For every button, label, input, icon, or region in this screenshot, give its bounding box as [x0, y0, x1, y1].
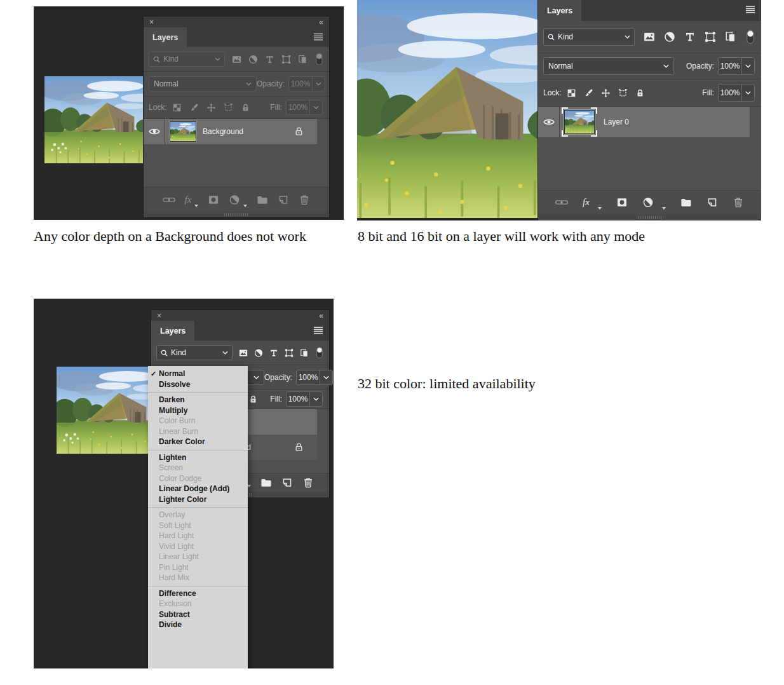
chevron-down-icon: [246, 82, 252, 86]
panel-menu-icon[interactable]: [313, 327, 323, 334]
adjustment-icon[interactable]: [229, 194, 240, 205]
folder-icon[interactable]: [680, 197, 692, 208]
lock-position-icon[interactable]: [206, 103, 216, 112]
trash-icon[interactable]: [302, 477, 314, 488]
blend-mode-option-difference[interactable]: Difference: [148, 588, 248, 599]
lock-transparency-icon[interactable]: [172, 103, 182, 112]
filter-adjustment-icon[interactable]: [248, 54, 258, 65]
link-icon[interactable]: [555, 199, 568, 206]
filter-toggle-icon[interactable]: [316, 346, 323, 360]
opacity-input[interactable]: 100%: [288, 76, 325, 92]
fx-icon[interactable]: fx: [583, 198, 590, 207]
lock-all-icon[interactable]: [635, 88, 645, 98]
new-layer-icon[interactable]: [281, 477, 293, 488]
visibility-toggle[interactable]: [538, 107, 560, 137]
panel-resize-grip[interactable]: [144, 212, 329, 217]
selection-corner-icon: [591, 107, 597, 114]
filter-kind-select[interactable]: Kind: [543, 28, 635, 46]
trash-icon[interactable]: [733, 197, 744, 208]
blend-mode-select[interactable]: Normal: [543, 57, 674, 75]
blend-mode-option-lighter-color[interactable]: Lighter Color: [148, 494, 248, 505]
tab-layers[interactable]: Layers: [144, 27, 187, 47]
filter-kind-select[interactable]: Kind: [149, 51, 225, 67]
filter-type-icon[interactable]: [684, 31, 696, 43]
filter-type-icon[interactable]: [265, 54, 274, 65]
blend-mode-option-darker-color[interactable]: Darker Color: [148, 437, 248, 447]
lock-all-icon[interactable]: [241, 103, 250, 112]
layer-row-layer0[interactable]: Layer 0: [538, 107, 750, 137]
trash-icon[interactable]: [299, 194, 310, 205]
collapse-icon[interactable]: «: [319, 312, 323, 320]
blend-mode-option-dissolve[interactable]: Dissolve: [148, 379, 248, 390]
layer-list: Layer 0: [538, 106, 761, 190]
folder-icon[interactable]: [260, 477, 272, 488]
selection-corner-icon: [562, 130, 568, 137]
collapse-icon[interactable]: «: [319, 18, 323, 26]
fx-icon[interactable]: fx: [185, 195, 192, 205]
visibility-toggle[interactable]: [144, 119, 165, 144]
close-icon[interactable]: ×: [149, 18, 154, 26]
filter-adjustment-icon[interactable]: [254, 348, 263, 358]
new-layer-icon[interactable]: [278, 194, 289, 205]
tab-layers[interactable]: Layers: [151, 321, 194, 341]
tab-label: Layers: [160, 327, 186, 336]
filter-smartobject-icon[interactable]: [300, 348, 309, 358]
filter-smartobject-icon[interactable]: [725, 31, 736, 43]
fill-input[interactable]: 100%: [286, 391, 323, 407]
filter-image-icon[interactable]: [239, 348, 248, 358]
close-icon[interactable]: ×: [157, 312, 161, 320]
filter-type-icon[interactable]: [269, 348, 278, 358]
new-layer-icon[interactable]: [706, 197, 718, 208]
blend-mode-option-divide[interactable]: Divide: [148, 620, 248, 630]
tab-label: Layers: [547, 6, 572, 15]
filter-shape-icon[interactable]: [281, 54, 291, 65]
filter-toggle-icon[interactable]: [316, 52, 323, 66]
lock-transparency-icon[interactable]: [567, 88, 576, 98]
layer-row-background[interactable]: Background: [144, 119, 317, 144]
blend-mode-select[interactable]: Normal: [149, 76, 257, 92]
blend-mode-option-normal[interactable]: ✓Normal: [148, 369, 248, 379]
blend-mode-option-multiply[interactable]: Multiply: [148, 405, 248, 416]
blend-mode-menu: ✓NormalDissolveDarkenMultiplyColor BurnL…: [148, 366, 248, 668]
link-icon[interactable]: [163, 196, 175, 203]
fill-label: Fill:: [270, 395, 282, 404]
lock-image-icon[interactable]: [189, 103, 199, 112]
panel-menu-icon[interactable]: [313, 33, 323, 41]
lock-artboard-icon[interactable]: [618, 88, 628, 98]
folder-icon[interactable]: [257, 194, 268, 205]
filter-image-icon[interactable]: [644, 31, 655, 43]
filter-toggle-icon[interactable]: [747, 30, 754, 44]
lock-all-icon[interactable]: [248, 395, 258, 404]
blend-row: Normal Opacity: 100%: [144, 71, 329, 96]
filter-kind-select[interactable]: Kind: [156, 345, 233, 360]
filter-image-icon[interactable]: [232, 54, 241, 65]
panel-bottom-bar: fx: [538, 190, 761, 214]
blend-mode-option-lighten[interactable]: Lighten: [148, 452, 248, 463]
panel-resize-grip[interactable]: [538, 214, 761, 220]
layer-thumbnail[interactable]: [564, 110, 595, 134]
opacity-input[interactable]: 100%: [296, 370, 333, 385]
blend-mode-option-subtract[interactable]: Subtract: [148, 609, 248, 620]
mask-icon[interactable]: [208, 194, 219, 205]
tab-layers[interactable]: Layers: [538, 0, 581, 21]
layer-thumbnail[interactable]: [170, 121, 196, 142]
filter-smartobject-icon[interactable]: [298, 54, 308, 65]
blend-mode-option-darken[interactable]: Darken: [148, 395, 248, 405]
blend-mode-option-linear-dodge-add[interactable]: Linear Dodge (Add): [148, 484, 248, 494]
fill-input[interactable]: 100%: [718, 84, 755, 102]
filter-shape-icon[interactable]: [285, 348, 294, 358]
blend-mode-option-label: Normal: [159, 369, 185, 378]
fill-input[interactable]: 100%: [286, 100, 323, 115]
opacity-input[interactable]: 100%: [718, 57, 755, 75]
lock-image-icon[interactable]: [584, 88, 593, 98]
panel-menu-icon[interactable]: [745, 6, 755, 13]
adjustment-icon[interactable]: [642, 197, 654, 208]
lock-position-icon[interactable]: [601, 88, 611, 98]
lock-artboard-icon[interactable]: [224, 103, 233, 112]
blend-mode-option-label: Color Dodge: [159, 474, 201, 483]
chevron-down-icon: [323, 376, 329, 379]
filter-shape-icon[interactable]: [705, 31, 716, 43]
mask-icon[interactable]: [616, 197, 628, 208]
fill-label: Fill:: [270, 103, 282, 112]
filter-adjustment-icon[interactable]: [664, 31, 675, 43]
